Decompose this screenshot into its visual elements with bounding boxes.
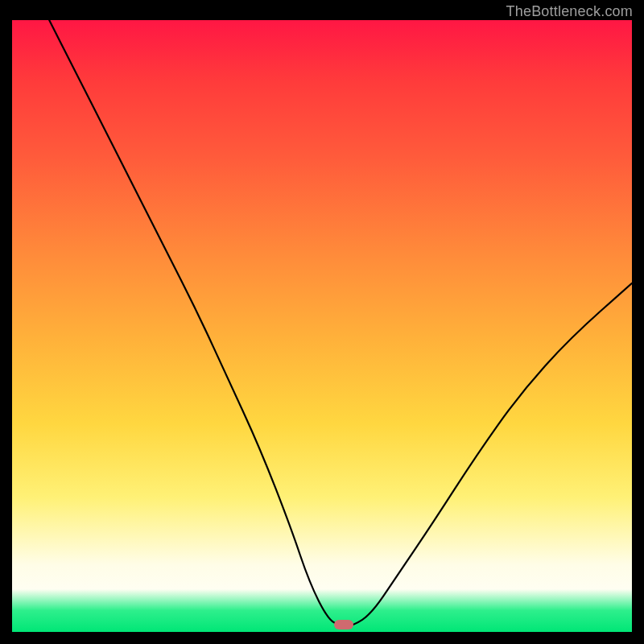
attribution-label: TheBottleneck.com bbox=[506, 3, 633, 20]
minimum-marker bbox=[334, 620, 353, 630]
chart-frame: TheBottleneck.com bbox=[0, 0, 644, 644]
bottleneck-curve bbox=[12, 20, 632, 632]
plot-area bbox=[12, 20, 632, 632]
